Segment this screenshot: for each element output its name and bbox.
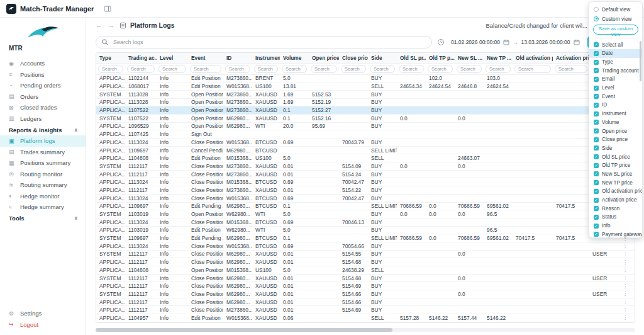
column-header-side[interactable]: Side: [368, 53, 397, 63]
horizontal-scrollbar-thumb[interactable]: [96, 328, 392, 332]
column-header-old-sl-pr[interactable]: Old SL pr...: [397, 53, 426, 63]
column-toggle-payment-gateway[interactable]: ✓Payment gateway: [589, 230, 642, 238]
row-menu-icon[interactable]: ⋮: [614, 258, 635, 266]
table-row[interactable]: APPLICA...1109697InfoCancel Pendi...M629…: [96, 146, 635, 154]
filter-input-old-activation-pr[interactable]: [514, 65, 551, 73]
column-header-id[interactable]: ID: [223, 53, 252, 63]
table-row[interactable]: APPLICA...1113024InfoClose PositionW0153…: [96, 242, 635, 250]
sidebar-item-routing-summary[interactable]: ≋Routing summary: [0, 179, 86, 191]
panel-scrollbar-thumb[interactable]: [640, 41, 641, 81]
column-toggle-email[interactable]: ✓Email: [589, 75, 642, 84]
table-row[interactable]: SYSTEM1112117InfoClose PositionM62980...…: [96, 290, 635, 298]
column-header-type[interactable]: Type: [96, 53, 125, 63]
column-header-old-tp-p[interactable]: Old TP p...: [426, 53, 455, 63]
table-row[interactable]: APPLICA...1112117InfoClose PositionM6298…: [96, 282, 635, 290]
table-row[interactable]: APPLICA...1112117InfoClose PositionM2738…: [96, 186, 635, 195]
select-all-toggle[interactable]: ✓ Select all: [589, 40, 642, 49]
column-header-old-activation-pr[interactable]: Old activation pr...: [513, 53, 553, 63]
column-toggle-event[interactable]: ✓Event: [589, 92, 642, 101]
section-reports-insights[interactable]: Reports & Insights∧: [0, 124, 86, 135]
table-row[interactable]: APPLICA...1068017InfoEdit PositionW01536…: [96, 82, 635, 91]
filter-input-old-tp-p[interactable]: [428, 65, 453, 73]
section-tools[interactable]: Tools∨: [0, 213, 86, 224]
table-row[interactable]: APPLICA...1113024InfoClose PositionM0153…: [96, 218, 635, 226]
history-clock-icon[interactable]: [437, 38, 445, 46]
filter-input-side[interactable]: [370, 65, 395, 73]
table-row[interactable]: APPLICA...1112117InfoClose PositionM6298…: [96, 298, 635, 306]
column-toggle-instrument[interactable]: ✓Instrument: [589, 110, 642, 118]
column-toggle-type[interactable]: ✓Type: [589, 58, 642, 67]
table-row[interactable]: APPLICA...1112117InfoClose PositionM6298…: [96, 258, 635, 266]
table-row[interactable]: APPLICA...1109697InfoEdit Pending ...M62…: [96, 202, 635, 210]
table-row[interactable]: SYSTEM1109697InfoEdit Pending ...M62980.…: [96, 234, 635, 242]
table-row[interactable]: SYSTEM1112117InfoClose PositionM273860..…: [96, 162, 635, 171]
back-arrow-icon[interactable]: ←: [96, 21, 103, 29]
table-row[interactable]: SYSTEM1112117InfoClose PositionM62980...…: [96, 250, 635, 258]
column-toggle-new-sl-price[interactable]: ✓New SL price: [589, 170, 642, 179]
table-row[interactable]: SYSTEM1103019InfoOpen PositionW62980...W…: [96, 210, 635, 219]
filter-input-level[interactable]: [158, 65, 186, 73]
column-toggle-id[interactable]: ✓ID: [589, 101, 642, 110]
filter-input-new-tp[interactable]: [486, 65, 511, 73]
row-menu-icon[interactable]: ⋮: [614, 298, 635, 306]
sidebar-item-closed-trades[interactable]: ⊠Closed trades: [0, 102, 86, 113]
table-row[interactable]: SYSTEM1107522InfoOpen PositionM62980...X…: [96, 114, 635, 122]
table-row[interactable]: APPLICA...1107522InfoOpen PositionM27386…: [96, 106, 635, 115]
column-toggle-side[interactable]: ✓Side: [589, 144, 642, 153]
sidebar-item-platform-logs[interactable]: ▣Platform logs: [0, 135, 86, 147]
date-to-field[interactable]: 13.03.2026 00:00:00: [521, 39, 570, 45]
column-toggle-info[interactable]: ✓Info: [589, 222, 642, 230]
filter-input-volume[interactable]: [282, 65, 307, 73]
column-header-event[interactable]: Event: [188, 53, 223, 63]
table-row[interactable]: APPLICA...1104808InfoEdit PositionM01536…: [96, 154, 635, 162]
table-row[interactable]: APPLICA...1113024InfoClose PositionW0153…: [96, 139, 635, 147]
column-toggle-open-price[interactable]: ✓Open price: [589, 127, 642, 135]
filter-input-event[interactable]: [190, 65, 221, 73]
filter-input-id[interactable]: [225, 65, 250, 73]
table-row[interactable]: APPLICA...1112117InfoClose PositionM2738…: [96, 306, 635, 314]
row-menu-icon[interactable]: ⋮: [614, 242, 635, 250]
filter-input-new-sl[interactable]: [457, 65, 482, 73]
column-header-new-sl[interactable]: New SL ...: [455, 53, 484, 63]
row-menu-icon[interactable]: ⋮: [614, 282, 635, 290]
forward-arrow-icon[interactable]: →: [108, 21, 114, 29]
table-row[interactable]: APPLICA...1102144InfoEdit PositionM27386…: [96, 74, 635, 82]
filter-input-trading-ac[interactable]: [127, 65, 155, 73]
column-toggle-trading-account[interactable]: ✓Trading account: [589, 66, 642, 75]
filter-input-type[interactable]: [98, 65, 123, 73]
filter-input-instrument[interactable]: [254, 65, 278, 73]
column-header-activation-price[interactable]: Activation price: [553, 53, 589, 63]
table-row[interactable]: APPLICA...1112117InfoClose PositionM2738…: [96, 170, 635, 178]
sidebar-item-routing-monitor[interactable]: ◎Routing monitor: [0, 169, 86, 180]
column-header-volume[interactable]: Volume: [280, 53, 309, 63]
column-toggle-old-activation-price[interactable]: ✓Old activation price: [589, 187, 642, 196]
sidebar-collapse-icon[interactable]: [104, 5, 111, 13]
table-row[interactable]: SYSTEM1112117InfoClose PositionM62980...…: [96, 274, 635, 282]
sidebar-item-trades-summary[interactable]: ▤Trades summary: [0, 147, 86, 158]
sidebar-item-settings[interactable]: ⚙ Settings: [0, 308, 86, 319]
row-menu-icon[interactable]: ⋮: [614, 274, 635, 282]
filter-input-activation-price[interactable]: [555, 65, 587, 73]
column-toggle-level[interactable]: ✓Level: [589, 84, 642, 93]
row-menu-icon[interactable]: ⋮: [614, 290, 635, 298]
sidebar-item-logout[interactable]: ↪ Logout: [0, 319, 86, 331]
column-header-instrument[interactable]: Instrument: [252, 53, 280, 63]
view-option-custom[interactable]: Custom view: [589, 14, 642, 23]
sidebar-item-hedge-summary[interactable]: ≈Hedge summary: [0, 202, 86, 213]
column-header-close-price[interactable]: Close price: [339, 53, 368, 63]
sidebar-item-orders[interactable]: ▤Orders: [0, 91, 86, 103]
column-toggle-new-tp-price[interactable]: ✓New TP price: [589, 178, 642, 187]
table-row[interactable]: APPLICA...1113028InfoOpen PositionM27386…: [96, 98, 635, 106]
column-header-trading-ac[interactable]: Trading ac...: [125, 53, 157, 63]
row-menu-icon[interactable]: ⋮: [614, 266, 635, 275]
column-header-level[interactable]: Level: [157, 53, 188, 63]
sidebar-item-positions-summary[interactable]: ▦Positions summary: [0, 157, 86, 169]
calendar-icon[interactable]: [503, 39, 509, 45]
table-row[interactable]: APPLICA...1113024InfoClose PositionM0153…: [96, 178, 635, 186]
column-toggle-old-sl-price[interactable]: ✓Old SL price: [589, 152, 642, 161]
calendar-icon[interactable]: [574, 39, 580, 45]
column-header-open-price[interactable]: Open price: [309, 53, 339, 63]
table-row[interactable]: APPLICA...1107425InfoSign Out⋮: [96, 130, 635, 139]
column-toggle-volume[interactable]: ✓Volume: [589, 118, 642, 127]
sidebar-item-accounts[interactable]: ◉Accounts: [0, 58, 86, 69]
